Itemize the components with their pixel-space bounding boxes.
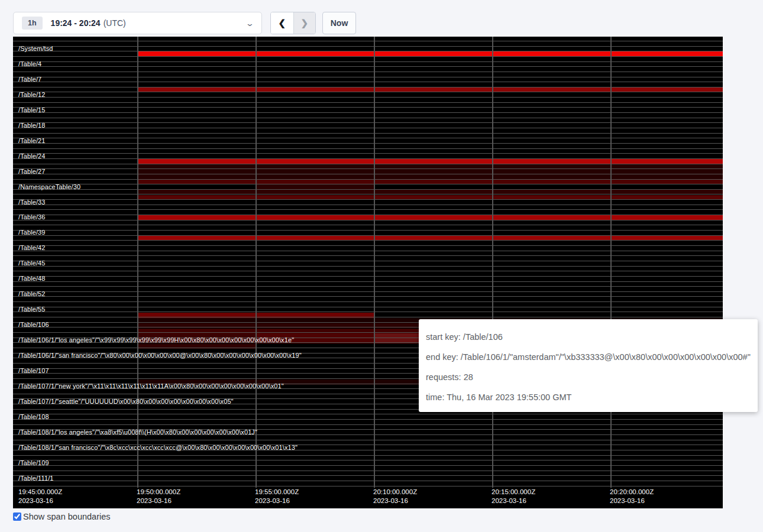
time-gridline [374, 37, 375, 488]
timezone-label: (UTC) [104, 18, 126, 28]
heat-band[interactable] [137, 215, 723, 220]
heat-band[interactable] [256, 184, 374, 190]
time-nav-group: ❮ ❯ [270, 12, 316, 34]
row-label: /Table/12 [18, 91, 46, 98]
row-label: /Table/15 [18, 106, 46, 113]
row-label: /Table/108 [18, 413, 49, 420]
row-label: /Table/4 [18, 60, 41, 67]
now-button[interactable]: Now [322, 12, 356, 34]
x-axis-tick: 20:15:00.000Z2023-03-16 [492, 488, 535, 505]
x-axis-tick: 19:55:00.000Z2023-03-16 [255, 488, 299, 505]
row-label: /Table/109 [18, 459, 49, 466]
heat-band[interactable] [137, 190, 723, 195]
heat-band[interactable] [137, 51, 723, 57]
x-axis-tick: 19:45:00.000Z2023-03-16 [18, 488, 62, 505]
row-label: /System/tsd [18, 45, 53, 52]
row-label: /Table/107/1/"new york"/"\x11\x11\x11\x1… [18, 382, 284, 390]
row-label: /Table/24 [18, 153, 46, 160]
time-gridline [492, 37, 493, 488]
tooltip-end-key: end key: /Table/106/1/"amsterdam"/"\xb33… [426, 347, 751, 367]
row-label: /Table/108/1/"san francisco"/"\x8c\xcc\x… [18, 444, 298, 451]
row-label: /Table/107 [18, 367, 49, 374]
next-time-button[interactable]: ❯ [293, 12, 316, 34]
footer-row: Show span boundaries [13, 512, 111, 521]
row-label: /Table/48 [18, 275, 46, 282]
heat-band[interactable] [137, 236, 723, 241]
row-label: /Table/21 [18, 137, 46, 144]
heat-band[interactable] [137, 179, 723, 184]
tooltip-start-key: start key: /Table/106 [426, 327, 751, 347]
toolbar: 1h 19:24 - 20:24 (UTC) ⌄ ❮ ❯ Now [0, 0, 763, 37]
heat-band[interactable] [137, 344, 256, 349]
row-label: /Table/55 [18, 306, 46, 313]
tooltip-time: time: Thu, 16 Mar 2023 19:55:00 GMT [426, 387, 751, 407]
time-gridline [137, 37, 138, 488]
hover-tooltip: start key: /Table/106 end key: /Table/10… [419, 319, 758, 412]
x-axis-tick: 20:10:00.000Z2023-03-16 [373, 488, 417, 505]
heat-band[interactable] [137, 87, 723, 92]
row-label: /Table/106 [18, 321, 49, 328]
prev-time-button[interactable]: ❮ [271, 12, 293, 34]
row-label: /Table/18 [18, 122, 46, 129]
row-label: /Table/39 [18, 229, 46, 236]
row-label: /Table/106/1/"los angeles"/"\x99\x99\x99… [18, 336, 294, 343]
keyviz-canvas[interactable]: /System/tsd/Table/4/Table/7/Table/12/Tab… [13, 37, 723, 508]
x-axis-tick: 19:50:00.000Z2023-03-16 [137, 488, 180, 505]
heat-band[interactable] [137, 313, 374, 318]
x-axis-tick: 20:20:00.000Z2023-03-16 [610, 488, 654, 505]
row-label: /Table/33 [18, 199, 46, 206]
heat-band[interactable] [137, 195, 723, 200]
chevron-down-icon: ⌄ [245, 19, 254, 28]
row-label: /Table/52 [18, 290, 46, 297]
time-gridline [610, 37, 612, 488]
row-label: /Table/7 [18, 76, 41, 83]
row-label: /Table/108/1/"los angeles"/"\xa8\xf5\u00… [18, 429, 257, 436]
row-label: /NamespaceTable/30 [18, 183, 80, 190]
show-span-boundaries-label: Show span boundaries [23, 512, 111, 521]
row-label: /Table/107/1/"seattle"/"UUUUUUD\x00\x80\… [18, 398, 234, 405]
tooltip-requests: requests: 28 [426, 367, 751, 387]
span-boundary-lines [13, 41, 723, 488]
row-label: /Table/36 [18, 213, 46, 220]
chevron-right-icon: ❯ [300, 18, 308, 28]
heat-band[interactable] [137, 164, 723, 179]
row-label: /Table/27 [18, 168, 46, 175]
row-label: /Table/45 [18, 259, 46, 267]
duration-chip: 1h [22, 17, 43, 30]
row-label: /Table/106/1/"san francisco"/"\x80\x00\x… [18, 352, 302, 359]
row-label: /Table/111/1 [18, 475, 54, 482]
time-range-select[interactable]: 1h 19:24 - 20:24 (UTC) ⌄ [13, 12, 262, 34]
show-span-boundaries-checkbox[interactable] [13, 512, 21, 521]
heat-band[interactable] [137, 159, 723, 164]
time-range-label: 19:24 - 20:24 [51, 18, 101, 28]
chevron-left-icon: ❮ [278, 18, 286, 28]
time-gridline [256, 37, 257, 488]
row-label: /Table/42 [18, 244, 46, 251]
